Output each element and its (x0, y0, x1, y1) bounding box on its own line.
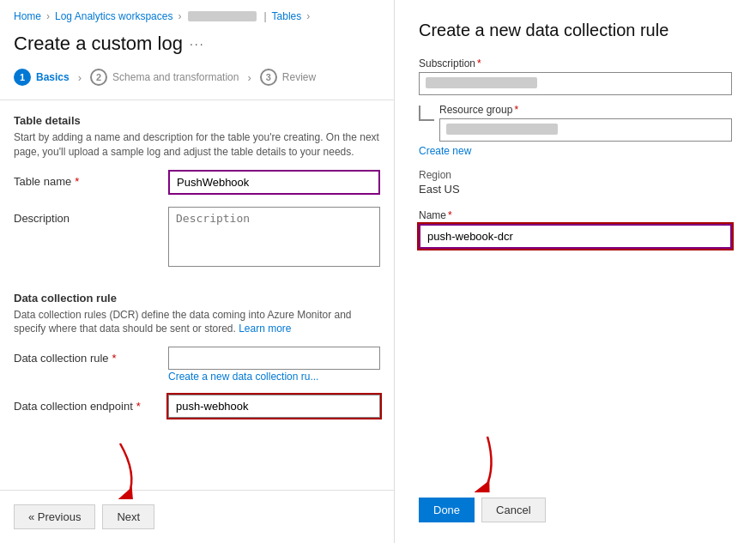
description-input[interactable] (168, 207, 380, 267)
region-value: East US (419, 183, 732, 196)
dcr-rule-control: Create a new data collection ru... (168, 347, 380, 383)
region-label: Region (419, 169, 732, 181)
dcr-create-link[interactable]: Create a new data collection ru... (168, 371, 318, 383)
previous-button[interactable]: « Previous (14, 504, 95, 529)
rg-required: * (514, 104, 518, 116)
subscription-required: * (477, 57, 481, 69)
dcr-endpoint-row: Data collection endpoint * (14, 395, 380, 418)
resource-group-row: Resource group * (419, 104, 732, 142)
step-schema-circle: 2 (90, 69, 107, 86)
subscription-field-container (419, 72, 732, 95)
breadcrumb-workspaces[interactable]: Log Analytics workspaces (55, 10, 172, 22)
step-sep-2: › (247, 71, 251, 84)
step-basics-label: Basics (36, 71, 70, 83)
step-basics-circle: 1 (14, 69, 31, 86)
footer: « Previous Next (0, 490, 394, 543)
rg-content: Resource group * (439, 104, 732, 142)
description-label: Description (14, 207, 168, 225)
table-name-label: Table name * (14, 170, 168, 188)
dcr-section-desc: Data collection rules (DCR) define the d… (14, 308, 380, 337)
step-review[interactable]: 3 Review (260, 69, 316, 86)
page-title-ellipsis: ··· (190, 37, 205, 51)
wizard-steps: 1 Basics › 2 Schema and transformation ›… (0, 69, 394, 100)
dcr-endpoint-control (168, 395, 380, 418)
right-panel: Create a new data collection rule Subscr… (395, 0, 756, 543)
table-name-input[interactable] (168, 170, 380, 195)
step-schema-label: Schema and transformation (112, 71, 239, 83)
dcr-rule-row: Data collection rule * Create a new data… (14, 347, 380, 383)
step-sep-1: › (78, 71, 82, 84)
table-name-control (168, 170, 380, 195)
rg-indent (419, 106, 434, 121)
breadcrumb-sep4: › (306, 10, 310, 22)
next-button[interactable]: Next (102, 504, 154, 529)
resource-group-label: Resource group * (439, 104, 732, 116)
breadcrumb-home[interactable]: Home (14, 10, 41, 22)
breadcrumb: Home › Log Analytics workspaces › | Tabl… (0, 0, 394, 29)
done-button[interactable]: Done (419, 498, 475, 522)
breadcrumb-sep3: | (263, 10, 266, 22)
page-title: Create a custom log (14, 33, 183, 55)
subscription-input[interactable] (419, 72, 732, 95)
dcr-rule-label: Data collection rule * (14, 347, 168, 365)
breadcrumb-tables[interactable]: Tables (272, 10, 302, 22)
table-name-required: * (75, 175, 79, 188)
step-schema[interactable]: 2 Schema and transformation (90, 69, 239, 86)
breadcrumb-sep1: › (46, 10, 50, 22)
rp-footer: Done Cancel (419, 484, 732, 522)
dcr-rule-required: * (112, 352, 117, 365)
table-section-desc: Start by adding a name and description f… (14, 130, 380, 160)
resource-group-input[interactable] (439, 118, 732, 142)
subscription-label: Subscription * (419, 57, 732, 69)
step-review-label: Review (282, 71, 316, 83)
left-panel: Home › Log Analytics workspaces › | Tabl… (0, 0, 395, 543)
table-section-title: Table details (14, 114, 380, 127)
dcr-learn-more-link[interactable]: Learn more (239, 323, 291, 335)
page-title-container: Create a custom log ··· (0, 29, 394, 69)
step-basics[interactable]: 1 Basics (14, 69, 70, 86)
breadcrumb-sep2: › (178, 10, 181, 22)
dcr-section: Data collection rule Data collection rul… (0, 281, 394, 431)
dcr-section-title: Data collection rule (14, 292, 380, 305)
dcr-rule-input[interactable] (168, 347, 380, 370)
dcr-endpoint-required: * (136, 400, 141, 413)
description-row: Description (14, 207, 380, 269)
create-new-link[interactable]: Create new (419, 145, 732, 157)
step-review-circle: 3 (260, 69, 277, 86)
cancel-button[interactable]: Cancel (481, 498, 545, 522)
breadcrumb-blurred (188, 11, 257, 21)
panel-title: Create a new data collection rule (419, 21, 732, 40)
name-label: Name * (419, 209, 732, 221)
table-name-row: Table name * (14, 170, 380, 195)
name-required: * (448, 209, 452, 221)
table-details-section: Table details Start by adding a name and… (0, 100, 394, 281)
rg-field-container (439, 118, 732, 142)
name-input[interactable] (419, 224, 732, 249)
description-control (168, 207, 380, 269)
dcr-endpoint-label: Data collection endpoint * (14, 395, 168, 413)
dcr-endpoint-input[interactable] (168, 395, 380, 418)
